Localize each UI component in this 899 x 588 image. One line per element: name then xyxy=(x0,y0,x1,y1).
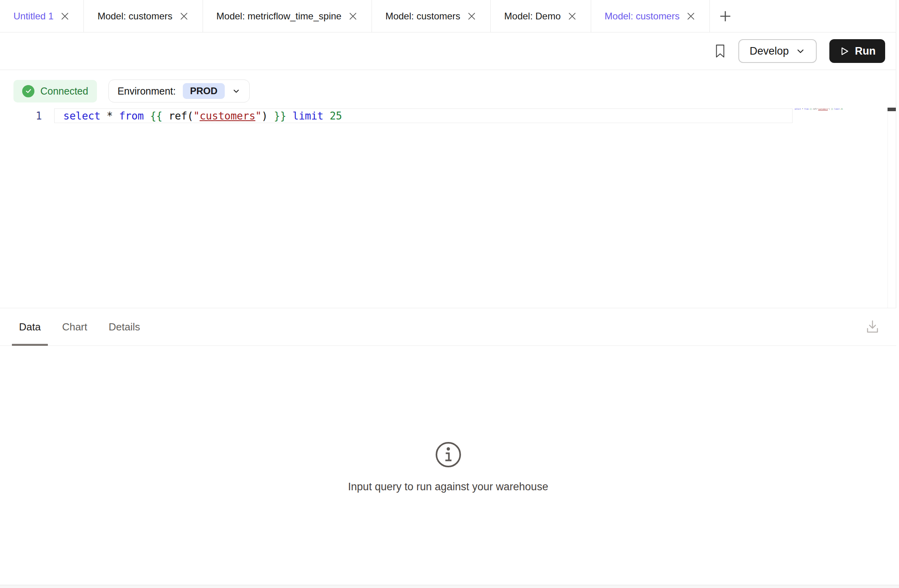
code-token: select xyxy=(795,108,801,110)
chevron-down-icon xyxy=(795,46,806,56)
results-tab-data[interactable]: Data xyxy=(12,308,48,345)
connection-status-badge: Connected xyxy=(13,80,97,102)
tab-label: Model: customers xyxy=(605,11,679,22)
close-icon[interactable] xyxy=(60,11,70,21)
run-button-label: Run xyxy=(855,45,876,57)
toolbar: Develop Run xyxy=(0,32,896,70)
results-tab-chart[interactable]: Chart xyxy=(55,308,95,345)
run-button[interactable]: Run xyxy=(829,39,885,63)
code-token: ref( xyxy=(162,110,193,122)
code-token: limit xyxy=(292,110,323,122)
results-tab-details[interactable]: Details xyxy=(102,308,147,345)
environment-selector[interactable]: Environment: PROD xyxy=(108,80,250,102)
editor-scrollbar-thumb[interactable] xyxy=(888,108,896,111)
code-token: customers xyxy=(199,110,255,122)
close-icon[interactable] xyxy=(686,11,696,21)
code-token: * xyxy=(101,110,119,122)
download-button[interactable] xyxy=(865,319,880,335)
editor-scrollbar-track xyxy=(888,108,888,308)
code-token: ref( xyxy=(812,108,817,110)
close-icon[interactable] xyxy=(348,11,358,21)
check-circle-icon xyxy=(22,85,34,97)
close-icon[interactable] xyxy=(467,11,477,21)
editor-status-row: Connected Environment: PROD xyxy=(13,80,250,102)
tab-label: Model: Demo xyxy=(504,11,561,22)
editor-tab[interactable]: Model: metricflow_time_spine xyxy=(203,0,372,32)
code-token xyxy=(324,110,330,122)
code-token xyxy=(286,110,293,122)
tab-label: Model: metricflow_time_spine xyxy=(216,11,341,22)
bookmark-icon xyxy=(715,44,726,59)
bookmark-button[interactable] xyxy=(715,44,726,59)
code-token: limit xyxy=(834,108,840,110)
results-panel: DataChartDetails Input query to run agai… xyxy=(0,308,896,585)
code-token: }} xyxy=(274,110,286,122)
code-token: ) xyxy=(262,110,274,122)
code-token: select xyxy=(63,110,101,122)
add-tab-button[interactable] xyxy=(710,0,741,32)
bottom-edge-strip xyxy=(0,585,899,588)
code-token xyxy=(144,110,150,122)
close-icon[interactable] xyxy=(179,11,189,21)
code-token: " xyxy=(193,110,200,122)
empty-state-message: Input query to run against your warehous… xyxy=(348,481,548,493)
line-number: 1 xyxy=(0,109,42,123)
empty-state: Input query to run against your warehous… xyxy=(0,440,896,493)
play-icon xyxy=(839,46,850,57)
plus-icon xyxy=(718,9,733,24)
tab-label: Model: customers xyxy=(385,11,460,22)
environment-label: Environment: xyxy=(118,85,176,97)
main-frame: Untitled 1Model: customersModel: metricf… xyxy=(0,0,896,585)
info-icon xyxy=(434,440,463,469)
code-token: from xyxy=(119,110,144,122)
code-token: {{ xyxy=(150,110,162,122)
code-line-input[interactable]: select * from {{ ref("customers") }} lim… xyxy=(54,108,793,123)
editor-tab[interactable]: Model: Demo xyxy=(491,0,591,32)
develop-button-label: Develop xyxy=(749,45,789,57)
develop-button[interactable]: Develop xyxy=(738,39,816,63)
code-token: " xyxy=(255,110,262,122)
sql-editor: Connected Environment: PROD 1 select * f… xyxy=(0,70,896,308)
download-icon xyxy=(865,319,880,335)
code-token: 25 xyxy=(330,110,342,122)
editor-tab[interactable]: Untitled 1 xyxy=(0,0,84,32)
editor-tab[interactable]: Model: customers xyxy=(372,0,491,32)
editor-tab[interactable]: Model: customers xyxy=(591,0,710,32)
chevron-down-icon xyxy=(232,87,241,95)
tab-label: Model: customers xyxy=(97,11,172,22)
tab-label: Untitled 1 xyxy=(13,11,53,22)
code-token: 25 xyxy=(841,108,843,110)
editor-minimap: select * from {{ ref("customers") }} lim… xyxy=(795,107,858,113)
close-icon[interactable] xyxy=(567,11,577,21)
code-token: customers xyxy=(818,108,828,110)
tab-bar: Untitled 1Model: customersModel: metricf… xyxy=(0,0,896,32)
app-window: Untitled 1Model: customersModel: metricf… xyxy=(0,0,899,588)
results-tab-bar: DataChartDetails xyxy=(0,308,896,346)
connection-status-label: Connected xyxy=(40,85,88,97)
environment-value-badge: PROD xyxy=(183,83,224,99)
code-token: from xyxy=(804,108,808,110)
editor-tab[interactable]: Model: customers xyxy=(84,0,203,32)
